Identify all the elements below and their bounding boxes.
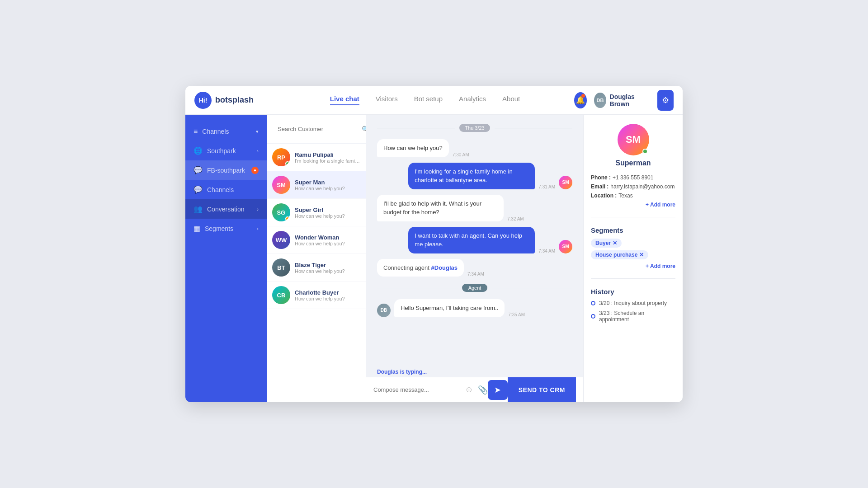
remove-segment-buyer[interactable]: ✕ xyxy=(613,240,617,246)
chat-preview: How can we help you? xyxy=(295,213,360,219)
date-badge: Thu 3/23 xyxy=(459,124,490,132)
send-button[interactable]: ➤ xyxy=(488,380,508,400)
chat-item-superman[interactable]: SM Super Man How can we help you? xyxy=(267,171,366,199)
message-bubble: Hello Superman, I'll taking care from.. xyxy=(394,299,505,317)
history-dot xyxy=(591,301,595,305)
email-value: harry.istapain@yahoo.com xyxy=(610,183,675,190)
chevron-right-icon: ▾ xyxy=(256,129,259,135)
date-divider: Thu 3/23 xyxy=(377,124,572,132)
contact-online-dot xyxy=(642,149,648,154)
user-menu[interactable]: DB Douglas Brown xyxy=(594,93,646,108)
sidebar-item-conversation[interactable]: 👥 Conversation › xyxy=(185,199,267,219)
sidebar-item-label: Channels xyxy=(207,186,259,193)
location-row: Location : Texas xyxy=(591,192,675,199)
add-more-contact[interactable]: + Add more xyxy=(591,202,675,208)
message-time: 7:30 AM xyxy=(453,152,469,157)
chat-item-supergirl[interactable]: SG Super Girl How can we help you? xyxy=(267,199,366,226)
chevron-right-icon: › xyxy=(257,206,259,212)
agent-badge: Agent xyxy=(462,284,488,292)
attach-button[interactable]: 📎 xyxy=(478,385,488,395)
contact-details: Phone : +1 336 555 8901 Email : harry.is… xyxy=(591,174,675,208)
chat-main: Thu 3/23 How can we help you? 7:30 AM SM… xyxy=(366,115,583,402)
search-input[interactable] xyxy=(272,120,359,138)
notification-badge: ● xyxy=(251,167,259,174)
chat-info: Blaze Tiger How can we help you? xyxy=(295,262,360,274)
nav-link-analytics[interactable]: Analytics xyxy=(459,95,486,105)
history-text: 3/20 : Inquiry about property xyxy=(599,300,667,306)
typing-user: Douglas xyxy=(377,369,398,375)
chevron-right-icon: › xyxy=(257,226,259,231)
chat-item-wonderwoman[interactable]: WW Wonder Woman How can we help you? xyxy=(267,226,366,254)
typing-text: is typing... xyxy=(400,369,427,375)
settings-button[interactable]: ⚙ xyxy=(657,90,674,111)
notification-button[interactable]: 🔔 xyxy=(574,92,587,108)
chat-preview: How can we help you? xyxy=(295,241,360,246)
sidebar-item-label: FB-southpark xyxy=(207,167,247,174)
chat-info: Wonder Woman How can we help you? xyxy=(295,234,360,246)
message-avatar: SM xyxy=(559,240,572,253)
email-row: Email : harry.istapain@yahoo.com xyxy=(591,183,675,190)
history-section: History 3/20 : Inquiry about property 3/… xyxy=(591,288,675,323)
section-divider-2 xyxy=(591,278,675,279)
location-label: Location : xyxy=(591,192,617,199)
section-divider xyxy=(591,217,675,217)
contact-header: SM Superman xyxy=(591,124,675,167)
right-panel: SM Superman Phone : +1 336 555 8901 Emai… xyxy=(583,115,683,402)
history-item[interactable]: 3/23 : Schedule an appointment xyxy=(591,310,675,323)
user-avatar-initials: DB xyxy=(594,93,606,108)
nav-link-about[interactable]: About xyxy=(502,95,520,105)
online-indicator xyxy=(285,161,290,166)
chat-name: Super Man xyxy=(295,179,360,186)
chat-search-area: 🔍 ⋮ xyxy=(267,115,366,144)
chat-item-blazetiger[interactable]: BT Blaze Tiger How can we help you? xyxy=(267,254,366,282)
contact-name: Superman xyxy=(615,159,651,167)
history-title: History xyxy=(591,288,675,296)
chat-icon: 💬 xyxy=(193,185,203,194)
chat-avatar: BT xyxy=(272,258,290,277)
message-input[interactable] xyxy=(373,386,465,393)
sidebar-item-label: Segments xyxy=(205,225,252,232)
nav-link-livechat[interactable]: Live chat xyxy=(330,95,359,105)
segments-title: Segments xyxy=(591,226,675,234)
online-indicator xyxy=(285,216,290,221)
chat-name: Ramu Pulipali xyxy=(295,151,360,158)
agent-avatar: DB xyxy=(377,304,391,317)
history-dot xyxy=(591,314,595,319)
send-to-crm-button[interactable]: SEND TO CRM xyxy=(508,377,576,402)
segment-label: Buyer xyxy=(595,240,611,246)
chat-avatar: WW xyxy=(272,231,290,249)
sidebar-item-southpark[interactable]: 🌐 Southpark › xyxy=(185,141,267,160)
chat-item-charlottebuyer[interactable]: CB Charlotte Buyer How can we help you? xyxy=(267,282,366,309)
segments-icon: ▦ xyxy=(193,224,200,233)
location-value: Texas xyxy=(618,192,632,199)
conversation-icon: 👥 xyxy=(193,205,203,213)
sidebar-item-fb-southpark[interactable]: 💬 FB-southpark ● xyxy=(185,160,267,180)
gear-icon: ⚙ xyxy=(662,95,669,105)
messenger-icon: 💬 xyxy=(193,166,203,174)
globe-icon: 🌐 xyxy=(193,146,203,155)
sidebar-item-channels2[interactable]: 💬 Channels xyxy=(185,180,267,199)
segments-section: Segments Buyer ✕ House purchase ✕ + Add … xyxy=(591,226,675,269)
remove-segment-house[interactable]: ✕ xyxy=(639,252,644,258)
sidebar-item-channels[interactable]: ≡ Channels ▾ xyxy=(185,122,267,141)
message-time: 7:32 AM xyxy=(507,216,524,221)
logo-area: Hi! botsplash xyxy=(194,92,276,109)
logo-icon: Hi! xyxy=(194,92,212,109)
chat-item-ramu[interactable]: RP Ramu Pulipali I'm looking for a singl… xyxy=(267,144,366,171)
agent-divider: Agent xyxy=(377,284,572,292)
chat-name: Super Girl xyxy=(295,206,360,213)
chat-info: Charlotte Buyer How can we help you? xyxy=(295,289,360,301)
sidebar-item-segments[interactable]: ▦ Segments › xyxy=(185,219,267,238)
nav-link-visitors[interactable]: Visitors xyxy=(376,95,398,105)
chat-preview: How can we help you? xyxy=(295,186,360,191)
nav-link-botsetup[interactable]: Bot setup xyxy=(414,95,443,105)
message-bubble: I want to talk with an agent. Can you he… xyxy=(408,227,535,253)
message-row: How can we help you? 7:30 AM xyxy=(377,139,572,157)
phone-row: Phone : +1 336 555 8901 xyxy=(591,174,675,181)
chat-avatar: RP xyxy=(272,148,290,166)
message-bubble: I'll be glad to help with it. What is yo… xyxy=(377,195,504,221)
add-more-segment[interactable]: + Add more xyxy=(591,263,675,269)
emoji-button[interactable]: ☺ xyxy=(465,385,473,394)
history-item[interactable]: 3/20 : Inquiry about property xyxy=(591,300,675,306)
segment-label: House purchase xyxy=(595,252,637,258)
